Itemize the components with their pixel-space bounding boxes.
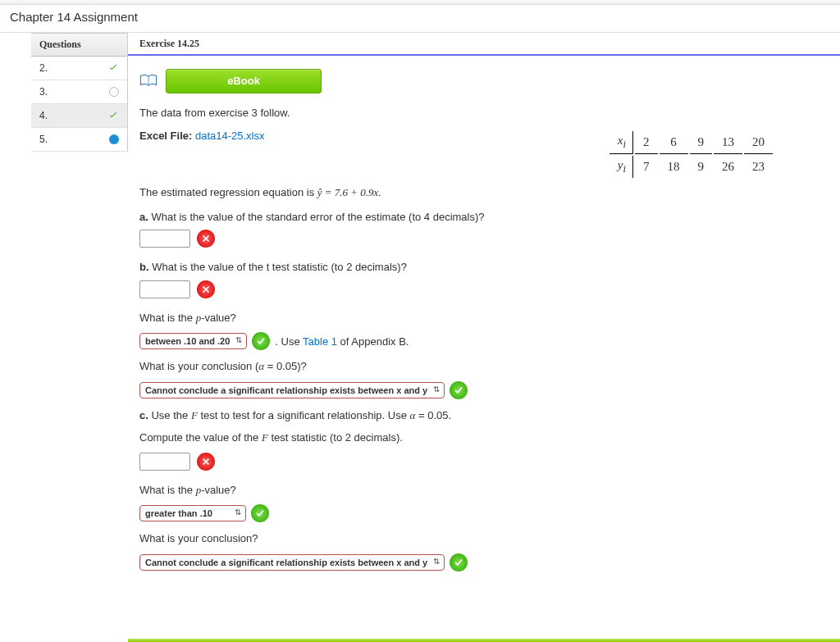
conclusion-question-2: What is your conclusion? [139, 530, 829, 547]
hint-text: . Use Table 1 of Appendix B. [275, 335, 409, 348]
book-icon [139, 73, 158, 90]
sidebar-item-q5[interactable]: 5. [31, 128, 127, 152]
question-b: b. What is the value of the t test stati… [139, 259, 829, 275]
conclusion-question: What is your conclusion (α = 0.05)? [139, 358, 829, 375]
question-a: a. What is the value of the standard err… [139, 209, 829, 225]
wrong-icon [197, 453, 215, 471]
question-number: 2. [39, 62, 48, 74]
pvalue-question-2: What is the p-value? [139, 482, 829, 499]
regression-equation: The estimated regression equation is ŷ =… [139, 184, 829, 201]
question-number: 5. [39, 134, 48, 145]
sidebar-heading: Questions [31, 33, 127, 57]
question-number: 3. [39, 86, 48, 98]
sidebar-item-q2[interactable]: 2. [31, 57, 127, 80]
conclusion-select[interactable]: Cannot conclude a significant relationsh… [139, 382, 445, 398]
correct-icon [252, 332, 270, 350]
table1-link[interactable]: Table 1 [303, 335, 337, 348]
check-icon [107, 110, 119, 121]
wrong-icon [197, 230, 215, 248]
main-panel: Exercise 14.25 eBook The data from exerc… [128, 33, 840, 588]
correct-icon [251, 504, 269, 522]
question-sidebar: Questions 2. 3. 4. 5. [31, 33, 128, 152]
question-c: c. Use the F test to test for a signific… [139, 408, 829, 424]
question-c-sub: Compute the value of the F test statisti… [139, 430, 829, 446]
ebook-button[interactable]: eBook [166, 69, 322, 93]
intro-text: The data from exercise 3 follow. [139, 105, 829, 121]
conclusion-select-2[interactable]: Cannot conclude a significant relationsh… [139, 554, 445, 571]
answer-c-input[interactable] [139, 453, 190, 471]
open-circle-icon [109, 87, 119, 97]
check-icon [107, 62, 119, 74]
question-number: 4. [39, 110, 48, 121]
correct-icon [450, 381, 468, 399]
answer-b-input[interactable] [139, 280, 190, 298]
sidebar-item-q3[interactable]: 3. [31, 80, 127, 104]
excel-file-link[interactable]: data14-25.xlsx [195, 130, 265, 142]
xy-data-table: xi 2 6 9 13 20 yi 7 18 9 26 23 [608, 130, 774, 180]
bottom-accent-bar [128, 639, 840, 642]
exercise-tab[interactable]: Exercise 14.25 [128, 33, 211, 55]
pvalue-select-2[interactable]: greater than .10 [139, 505, 246, 521]
page-title: Chapter 14 Assignment [0, 5, 840, 33]
wrong-icon [197, 280, 215, 298]
sidebar-item-q4[interactable]: 4. [31, 104, 127, 128]
current-dot-icon [109, 134, 119, 144]
answer-a-input[interactable] [139, 230, 190, 248]
pvalue-question: What is the p-value? [139, 310, 829, 326]
pvalue-select[interactable]: between .10 and .20 [139, 333, 247, 349]
correct-icon [450, 553, 468, 571]
